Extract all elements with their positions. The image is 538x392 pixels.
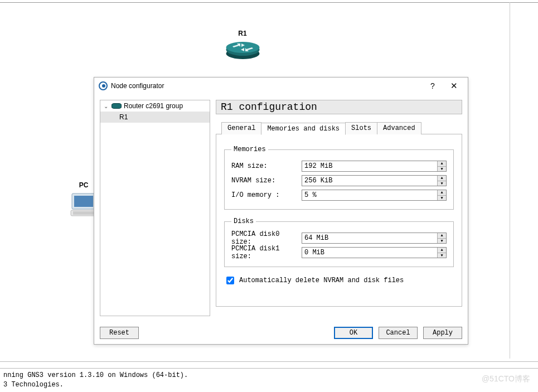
memories-legend: Memories: [231, 146, 268, 153]
dialog-titlebar[interactable]: Node configurator ? ✕: [94, 78, 468, 94]
spin-down-icon[interactable]: ▼: [438, 196, 446, 201]
spin-down-icon[interactable]: ▼: [438, 181, 446, 186]
spin-down-icon[interactable]: ▼: [438, 167, 446, 172]
status-bar: nning GNS3 version 1.3.10 on Windows (64…: [0, 368, 538, 392]
spin-down-icon[interactable]: ▼: [438, 239, 446, 244]
io-memory-spinbox[interactable]: ▲▼: [302, 190, 447, 201]
memories-group: Memories RAM size: ▲▼ NVRAM size:: [224, 146, 454, 210]
auto-delete-label: Automatically delete NVRAM and disk file…: [239, 277, 404, 284]
status-line-1: nning GNS3 version 1.3.10 on Windows (64…: [3, 371, 535, 380]
router-icon: [225, 54, 261, 61]
status-line-2: 3 Technologies.: [3, 380, 535, 390]
help-button[interactable]: ?: [422, 79, 443, 93]
config-panel: R1 configuration General Memories and di…: [216, 100, 462, 316]
disk0-size-label: PCMCIA disk0 size:: [231, 230, 298, 246]
svg-point-2: [226, 42, 259, 53]
disk1-size-label: PCMCIA disk1 size:: [231, 245, 298, 260]
reset-button[interactable]: Reset: [100, 327, 139, 339]
disks-group: Disks PCMCIA disk0 size: ▲▼ PCMCIA disk1…: [224, 217, 454, 267]
apply-button[interactable]: Apply: [423, 327, 462, 339]
router-icon: [112, 103, 122, 109]
panel-title: R1 configuration: [216, 100, 462, 114]
tab-advanced[interactable]: Advanced: [377, 122, 421, 134]
spin-up-icon[interactable]: ▲: [438, 161, 446, 167]
io-memory-input[interactable]: [302, 190, 437, 200]
tab-general[interactable]: General: [221, 122, 261, 134]
io-memory-label: I/O memory :: [231, 191, 298, 199]
tab-content-memories: Memories RAM size: ▲▼ NVRAM size:: [216, 134, 462, 307]
ram-size-label: RAM size:: [231, 162, 298, 170]
cancel-button[interactable]: Cancel: [379, 327, 418, 339]
spin-up-icon[interactable]: ▲: [438, 190, 446, 196]
tree-item-label: R1: [119, 113, 128, 121]
tree-group-label: Router c2691 group: [124, 102, 183, 110]
nvram-size-spinbox[interactable]: ▲▼: [302, 175, 447, 186]
watermark: @51CTO博客: [482, 374, 530, 384]
tree-item-r1[interactable]: R1: [100, 112, 210, 123]
dialog-title: Node configurator: [111, 82, 422, 90]
svg-rect-6: [73, 211, 94, 215]
chevron-down-icon[interactable]: ⌄: [103, 103, 109, 109]
spin-up-icon[interactable]: ▲: [438, 248, 446, 253]
disk1-size-spinbox[interactable]: ▲▼: [302, 247, 447, 258]
ram-size-spinbox[interactable]: ▲▼: [302, 161, 447, 172]
app-icon: [99, 81, 108, 90]
disk0-size-input[interactable]: [302, 233, 437, 243]
device-tree[interactable]: ⌄ Router c2691 group R1: [100, 100, 210, 316]
auto-delete-row[interactable]: Automatically delete NVRAM and disk file…: [224, 275, 454, 286]
tab-slots[interactable]: Slots: [345, 122, 377, 134]
tree-group-row[interactable]: ⌄ Router c2691 group: [100, 100, 210, 112]
router-node[interactable]: R1: [217, 30, 268, 61]
spin-up-icon[interactable]: ▲: [438, 233, 446, 239]
spin-down-icon[interactable]: ▼: [438, 253, 446, 258]
nvram-size-label: NVRAM size:: [231, 177, 298, 185]
dialog-button-bar: Reset OK Cancel Apply: [94, 322, 468, 344]
tab-row: General Memories and disks Slots Advance…: [216, 122, 462, 134]
disk0-size-spinbox[interactable]: ▲▼: [302, 233, 447, 244]
close-button[interactable]: ✕: [443, 79, 464, 93]
auto-delete-checkbox[interactable]: [226, 277, 234, 284]
spin-up-icon[interactable]: ▲: [438, 176, 446, 181]
router-label: R1: [217, 30, 268, 37]
disks-legend: Disks: [231, 217, 256, 225]
ram-size-input[interactable]: [302, 161, 437, 171]
svg-rect-4: [74, 196, 93, 207]
ok-button[interactable]: OK: [334, 327, 373, 339]
disk1-size-input[interactable]: [302, 248, 437, 258]
tab-memories-and-disks[interactable]: Memories and disks: [261, 123, 346, 135]
nvram-size-input[interactable]: [302, 176, 437, 186]
node-configurator-dialog: Node configurator ? ✕ ⌄ Router c2691 gro…: [94, 77, 468, 345]
